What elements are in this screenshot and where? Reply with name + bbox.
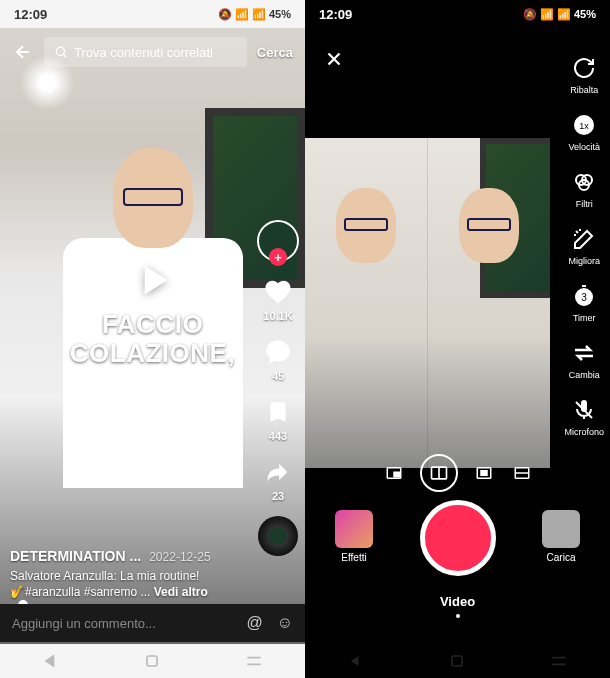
search-placeholder: Trova contenuti correlati — [74, 45, 213, 60]
enhance-icon — [570, 225, 598, 253]
flip-button[interactable]: Ribalta — [570, 54, 598, 95]
camera-tools: Ribalta 1x Velocità Filtri Migliora 3 Ti… — [564, 54, 604, 437]
mention-icon[interactable]: @ — [246, 614, 262, 632]
top-bar: Trova contenuti correlati Cerca — [0, 32, 305, 72]
feed-screen: 12:09 🔕 📶 📶 45% Trova contenuti correlat… — [0, 0, 305, 678]
search-icon — [54, 45, 68, 59]
layout-split-vertical[interactable] — [420, 454, 458, 492]
filters-icon — [570, 168, 598, 196]
follow-plus-icon[interactable]: + — [269, 248, 287, 266]
share-button[interactable]: 23 — [262, 456, 294, 502]
svg-text:3: 3 — [581, 292, 587, 303]
flip-icon — [570, 54, 598, 82]
effects-button[interactable]: Effetti — [335, 510, 373, 563]
comment-count: 45 — [272, 370, 284, 382]
share-count: 23 — [272, 490, 284, 502]
action-rail: + 10.1K 45 443 23 — [257, 220, 299, 556]
svg-rect-9 — [582, 285, 586, 287]
status-icons: 🔕 📶 📶 45% — [218, 8, 291, 21]
duet-viewfinder — [305, 138, 550, 468]
record-button[interactable] — [420, 500, 496, 576]
comment-button[interactable]: 45 — [262, 336, 294, 382]
svg-rect-18 — [452, 656, 462, 666]
status-bar: 12:09 🔕 📶 📶 45% — [0, 0, 305, 28]
svg-rect-15 — [481, 471, 487, 476]
viewfinder-right — [428, 138, 550, 468]
play-icon[interactable] — [128, 255, 178, 305]
back-button[interactable] — [8, 37, 38, 67]
enhance-button[interactable]: Migliora — [568, 225, 600, 266]
mode-label[interactable]: Video — [440, 594, 475, 609]
emoji-icon[interactable]: ☺ — [277, 614, 293, 632]
nav-home-icon[interactable] — [447, 651, 467, 671]
author-name[interactable]: DETERMINATION ... — [10, 548, 141, 564]
nav-back-icon[interactable] — [41, 651, 61, 671]
comment-input[interactable]: Aggiungi un commento... — [12, 616, 236, 631]
nav-back-icon[interactable] — [346, 651, 366, 671]
android-nav — [0, 644, 305, 678]
upload-thumbnail — [542, 510, 580, 548]
author-avatar[interactable]: + — [257, 220, 299, 262]
like-button[interactable]: 10.1K — [262, 276, 294, 322]
mic-off-icon — [570, 396, 598, 424]
timer-button[interactable]: 3 Timer — [570, 282, 598, 323]
svg-point-0 — [56, 47, 64, 55]
post-date: 2022-12-25 — [149, 550, 210, 564]
close-button[interactable] — [319, 44, 349, 74]
switch-icon — [570, 339, 598, 367]
effects-thumbnail — [335, 510, 373, 548]
video-description[interactable]: Salvatore Aranzulla: La mia routine! 🎷#a… — [10, 568, 245, 600]
like-count: 10.1K — [263, 310, 292, 322]
filters-button[interactable]: Filtri — [570, 168, 598, 209]
timer-icon: 3 — [570, 282, 598, 310]
status-time: 12:09 — [319, 7, 352, 22]
layout-pip[interactable] — [382, 461, 406, 485]
switch-button[interactable]: Cambia — [569, 339, 600, 380]
video-meta: DETERMINATION ... 2022-12-25 Salvatore A… — [10, 548, 245, 600]
nav-recent-icon[interactable] — [549, 651, 569, 671]
bookmark-count: 443 — [269, 430, 287, 442]
comment-bar: Aggiungi un commento... @ ☺ — [0, 604, 305, 642]
svg-text:1x: 1x — [579, 121, 589, 131]
mic-button[interactable]: Microfono — [564, 396, 604, 437]
svg-rect-1 — [147, 656, 157, 666]
status-bar: 12:09 🔕 📶 📶 45% — [305, 0, 610, 28]
android-nav — [305, 644, 610, 678]
see-more-button[interactable]: Vedi altro — [154, 585, 208, 599]
layout-options — [382, 454, 534, 492]
layout-split-horizontal[interactable] — [510, 461, 534, 485]
layout-greenscreen[interactable] — [472, 461, 496, 485]
speed-button[interactable]: 1x Velocità — [568, 111, 600, 152]
status-icons: 🔕 📶 📶 45% — [523, 8, 596, 21]
search-pill[interactable]: Trova contenuti correlati — [44, 37, 247, 67]
mode-indicator — [456, 614, 460, 618]
nav-home-icon[interactable] — [142, 651, 162, 671]
svg-rect-11 — [394, 472, 399, 477]
camera-screen: 12:09 🔕 📶 📶 45% Ribalta 1x Velocità — [305, 0, 610, 678]
status-time: 12:09 — [14, 7, 47, 22]
upload-button[interactable]: Carica — [542, 510, 580, 563]
speed-icon: 1x — [570, 111, 598, 139]
sound-disc[interactable] — [258, 516, 298, 556]
search-button[interactable]: Cerca — [253, 45, 297, 60]
nav-recent-icon[interactable] — [244, 651, 264, 671]
bookmark-button[interactable]: 443 — [262, 396, 294, 442]
viewfinder-left — [305, 138, 428, 468]
